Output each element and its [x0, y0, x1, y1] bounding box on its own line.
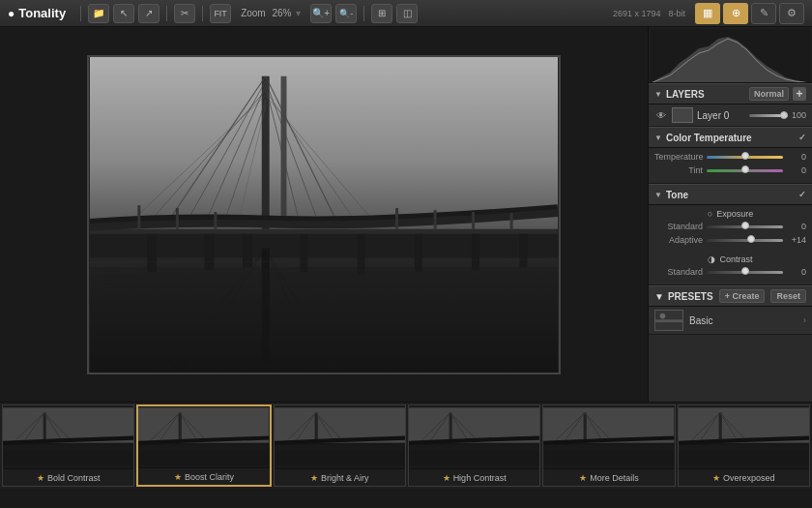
tone-header[interactable]: ▼ Tone ✓	[649, 184, 812, 205]
app-name: Tonality	[18, 6, 66, 20]
photo-frame	[87, 55, 561, 374]
temperature-slider[interactable]	[707, 156, 783, 159]
screen-icon[interactable]: ⊞	[371, 4, 392, 23]
film-item-1[interactable]: ★Boost Clarity	[136, 404, 271, 487]
svg-rect-16	[90, 233, 558, 257]
film-item-0[interactable]: ★Bold Contrast	[2, 404, 134, 487]
svg-rect-27	[214, 212, 217, 229]
contrast-standard-label: Standard	[654, 267, 703, 277]
presets-header[interactable]: ▼ PRESETS + Create Reset	[649, 285, 812, 307]
film-star-4: ★	[579, 473, 587, 483]
svg-rect-66	[314, 413, 317, 443]
reset-preset-btn[interactable]: Reset	[770, 289, 806, 303]
layer-opacity-value: 100	[792, 110, 806, 120]
svg-rect-0	[90, 57, 558, 229]
tone-check[interactable]: ✓	[798, 190, 806, 199]
add-layer-btn[interactable]: +	[793, 87, 806, 101]
right-toolbar-icons: ▦ ⊕ ✎ ⚙	[695, 3, 804, 24]
dimensions-info: 2691 x 1794	[613, 9, 661, 18]
presets-actions: + Create Reset	[719, 289, 806, 303]
film-label-1: ★Boost Clarity	[138, 467, 269, 485]
main-photo	[89, 57, 559, 373]
preset-basic-thumb	[654, 310, 683, 331]
layers-section-header[interactable]: ▼ LAYERS Normal +	[649, 83, 812, 105]
canvas-area[interactable]	[0, 27, 648, 402]
film-item-2[interactable]: ★Bright & Airy	[274, 404, 406, 487]
film-photo-2	[275, 405, 405, 468]
film-label-text-5: Overexposed	[723, 473, 775, 483]
toolbar: ● Tonality 📁 ↖ ↗ ✂ FIT Zoom 26% ▾ 🔍+ 🔍- …	[0, 0, 812, 27]
film-item-5[interactable]: ★Overexposed	[678, 404, 810, 487]
exposure-circle-icon: ○	[708, 209, 712, 219]
film-label-text-3: High Contrast	[453, 473, 507, 483]
film-label-text-0: Bold Contrast	[47, 473, 101, 483]
preset-category-basic[interactable]: Basic ›	[649, 307, 812, 335]
layer-opacity-slider[interactable]	[749, 114, 788, 117]
exposure-adaptive-slider[interactable]	[707, 239, 783, 242]
tone-triangle: ▼	[654, 191, 662, 199]
film-star-0: ★	[37, 473, 44, 483]
histogram-btn[interactable]: ▦	[695, 3, 720, 24]
folder-icon[interactable]: 📁	[88, 4, 109, 23]
svg-rect-29	[434, 210, 437, 229]
svg-rect-19	[243, 233, 252, 267]
svg-rect-18	[205, 233, 215, 270]
zoom-fit-icon[interactable]: FIT	[210, 4, 231, 23]
presets-label: PRESETS	[668, 291, 713, 302]
film-label-2: ★Bright & Airy	[275, 468, 405, 486]
preset-category-name: Basic	[689, 315, 798, 326]
film-photo-5	[679, 405, 809, 468]
svg-rect-24	[520, 233, 528, 267]
film-label-text-1: Boost Clarity	[185, 472, 234, 482]
svg-point-44	[660, 314, 666, 319]
color-temp-header[interactable]: ▼ Color Temperature ✓	[649, 127, 812, 148]
film-photo-3	[409, 405, 539, 468]
tint-row: Tint 0	[654, 165, 806, 175]
svg-rect-22	[415, 233, 422, 272]
color-temp-check[interactable]: ✓	[798, 133, 806, 142]
temperature-row: Temperature 0	[654, 152, 806, 162]
layer-visibility-toggle[interactable]: 👁	[654, 108, 668, 122]
layer-row: 👁 Layer 0 100	[649, 105, 812, 127]
preset-expand-arrow: ›	[803, 315, 806, 325]
svg-rect-89	[543, 445, 674, 451]
svg-rect-84	[584, 413, 587, 443]
exposure-standard-slider[interactable]	[707, 225, 783, 228]
zoom-in-icon[interactable]: 🔍+	[310, 4, 332, 23]
compare-icon[interactable]: ◫	[396, 4, 418, 23]
tint-slider[interactable]	[707, 169, 783, 172]
filmstrip: ★Bold Contrast ★Boost Clarity ★Bright & …	[0, 402, 812, 489]
pen-btn[interactable]: ✎	[751, 3, 776, 24]
film-item-3[interactable]: ★High Contrast	[408, 404, 540, 487]
svg-rect-80	[409, 445, 539, 451]
layers-right-actions: Normal +	[749, 87, 806, 101]
zoom-out-icon[interactable]: 🔍-	[335, 4, 357, 23]
color-temp-label: Color Temperature	[666, 133, 752, 143]
toolbar-separator-2	[166, 6, 167, 21]
contrast-standard-slider[interactable]	[707, 271, 783, 274]
cursor-icon[interactable]: ↖	[113, 4, 134, 23]
svg-rect-43	[655, 319, 682, 322]
tint-value: 0	[787, 165, 806, 175]
bitdepth-info: 8-bit	[668, 9, 685, 18]
film-item-4[interactable]: ★More Details	[542, 404, 675, 487]
crop-icon[interactable]: ✂	[174, 4, 195, 23]
share-icon[interactable]: ↗	[138, 4, 160, 23]
svg-rect-23	[472, 233, 479, 270]
film-photo-1	[138, 406, 269, 467]
exposure-standard-row: Standard 0	[654, 222, 806, 231]
blend-mode-select[interactable]: Normal	[749, 87, 789, 101]
film-star-3: ★	[443, 473, 450, 483]
exposure-adaptive-value: +14	[787, 235, 806, 245]
film-label-text-4: More Details	[590, 473, 639, 483]
film-star-1: ★	[174, 472, 182, 482]
color-temp-triangle: ▼	[654, 134, 662, 142]
toolbar-separator-1	[80, 6, 81, 21]
layers-label: LAYERS	[666, 89, 705, 100]
svg-rect-17	[147, 233, 157, 272]
layers-btn[interactable]: ⊕	[723, 3, 748, 24]
svg-rect-75	[450, 413, 452, 443]
settings-btn[interactable]: ⚙	[779, 3, 804, 24]
svg-rect-93	[718, 413, 721, 443]
create-preset-btn[interactable]: + Create	[719, 289, 766, 303]
